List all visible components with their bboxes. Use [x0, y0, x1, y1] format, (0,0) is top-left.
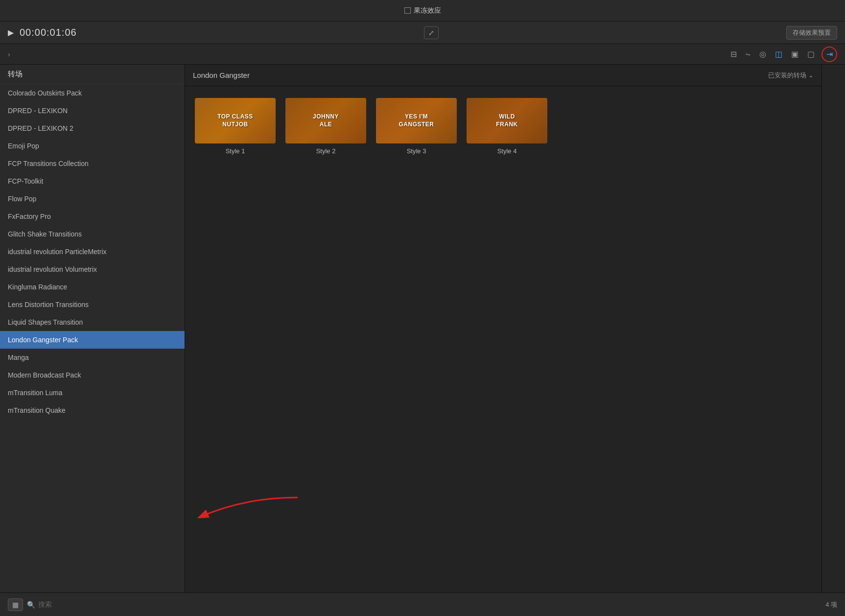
waveform-icon[interactable]: ⏦	[744, 49, 752, 60]
thumbnail-label: Style 1	[226, 147, 245, 155]
sidebar-item[interactable]: Lens Distortion Transitions	[0, 296, 185, 313]
chevron-button[interactable]: ›	[8, 50, 10, 58]
content-area: London Gangster 已安装的转场 ⌄ TOP CLASS NUTJO…	[185, 65, 822, 592]
arrow-svg	[195, 488, 303, 546]
sidebar-header: 转场	[0, 65, 185, 84]
sidebar-item[interactable]: Kingluma Radiance	[0, 278, 185, 296]
thumbnail-image: JOHNNY ALE	[285, 98, 366, 143]
section-label: 转场	[8, 70, 23, 78]
main-area: 转场 Colorado Outskirts PackDPRED - LEXIKO…	[0, 65, 845, 592]
thumbnail-text: JOHNNY ALE	[313, 113, 339, 128]
installed-chevron[interactable]: ⌄	[808, 71, 814, 79]
thumbnail-image: YES I'M GANGSTER	[376, 98, 457, 143]
sidebar-item[interactable]: FxFactory Pro	[0, 208, 185, 225]
thumbnail-item[interactable]: JOHNNY ALEStyle 2	[285, 98, 366, 155]
film-icon[interactable]: ▣	[789, 48, 800, 60]
grid-view-button[interactable]: ▦	[8, 598, 23, 611]
expand-button[interactable]: ⤢	[424, 26, 439, 39]
sidebar-item[interactable]: mTransition Quake	[0, 402, 185, 419]
installed-label: 已安装的转场 ⌄	[768, 71, 814, 80]
arrow-annotation	[195, 488, 303, 548]
search-icon: 🔍	[27, 601, 35, 609]
sidebar-item[interactable]: idustrial revolution ParticleMetrix	[0, 243, 185, 261]
thumbnail-image: TOP CLASS NUTJOB	[195, 98, 276, 143]
right-panel	[822, 65, 845, 592]
title-text: 果冻效应	[414, 6, 441, 15]
toolbar-row-1: ▶ 00:00:01:06 ⤢ 存储效果预置	[0, 22, 845, 44]
sidebar-item[interactable]: mTransition Luma	[0, 384, 185, 402]
sidebar-item[interactable]: Flow Pop	[0, 190, 185, 208]
thumbnail-text: TOP CLASS NUTJOB	[217, 113, 253, 128]
sidebar-item[interactable]: London Gangster Pack	[0, 331, 185, 349]
thumbnail-image: WILD FRANK	[467, 98, 547, 143]
sidebar-item[interactable]: Glitch Shake Transitions	[0, 225, 185, 243]
thumbnail-item[interactable]: YES I'M GANGSTERStyle 3	[376, 98, 457, 155]
thumbnail-item[interactable]: TOP CLASS NUTJOBStyle 1	[195, 98, 276, 155]
checkbox-icon	[404, 7, 411, 14]
bottom-bar: ▦ 🔍 搜索 4 项	[0, 592, 845, 616]
thumbnail-label: Style 2	[316, 147, 336, 155]
play-button[interactable]: ▶	[8, 28, 14, 37]
thumbnail-text: YES I'M GANGSTER	[399, 113, 434, 128]
search-placeholder[interactable]: 搜索	[38, 600, 52, 609]
window-title: 果冻效应	[404, 6, 441, 15]
sidebar-item[interactable]: DPRED - LEXIKON 2	[0, 119, 185, 137]
timecode-display: 00:00:01:06	[20, 27, 77, 38]
channel-icon[interactable]: ◫	[773, 48, 784, 60]
sidebar-list: Colorado Outskirts PackDPRED - LEXIKONDP…	[0, 84, 185, 592]
sidebar-item[interactable]: idustrial revolution Volumetrix	[0, 261, 185, 278]
sidebar-item[interactable]: Emoji Pop	[0, 137, 185, 155]
clip-split-icon[interactable]: ⊟	[728, 48, 739, 60]
thumbnails-area: TOP CLASS NUTJOBStyle 1JOHNNY ALEStyle 2…	[185, 86, 822, 166]
toolbar-row-2: › ⊟ ⏦ ◎ ◫ ▣ ▢ ⇥	[0, 44, 845, 65]
top-bar: 果冻效应	[0, 0, 845, 22]
sidebar-item[interactable]: Colorado Outskirts Pack	[0, 84, 185, 102]
sidebar: 转场 Colorado Outskirts PackDPRED - LEXIKO…	[0, 65, 185, 592]
sidebar-item[interactable]: Manga	[0, 349, 185, 366]
sidebar-item[interactable]: Liquid Shapes Transition	[0, 313, 185, 331]
thumbnail-label: Style 4	[497, 147, 517, 155]
search-container: 🔍 搜索	[27, 600, 52, 609]
sidebar-item[interactable]: FCP Transitions Collection	[0, 155, 185, 172]
headphone-icon[interactable]: ◎	[757, 48, 768, 60]
thumbnail-text: WILD FRANK	[496, 113, 518, 128]
content-title: London Gangster	[193, 71, 250, 79]
item-count: 4 项	[825, 600, 837, 609]
sidebar-item[interactable]: FCP-Toolkit	[0, 172, 185, 190]
thumbnail-label: Style 3	[407, 147, 426, 155]
monitor-icon[interactable]: ▢	[805, 48, 817, 60]
sidebar-item[interactable]: DPRED - LEXIKON	[0, 102, 185, 119]
sidebar-item[interactable]: Modern Broadcast Pack	[0, 366, 185, 384]
step-icon-highlighted[interactable]: ⇥	[822, 47, 837, 62]
installed-text: 已安装的转场	[768, 71, 806, 80]
save-preset-button[interactable]: 存储效果预置	[786, 26, 837, 40]
thumbnail-item[interactable]: WILD FRANKStyle 4	[467, 98, 547, 155]
toolbar-icons-right: ⊟ ⏦ ◎ ◫ ▣ ▢ ⇥	[728, 47, 837, 62]
content-header: London Gangster 已安装的转场 ⌄	[185, 65, 822, 86]
